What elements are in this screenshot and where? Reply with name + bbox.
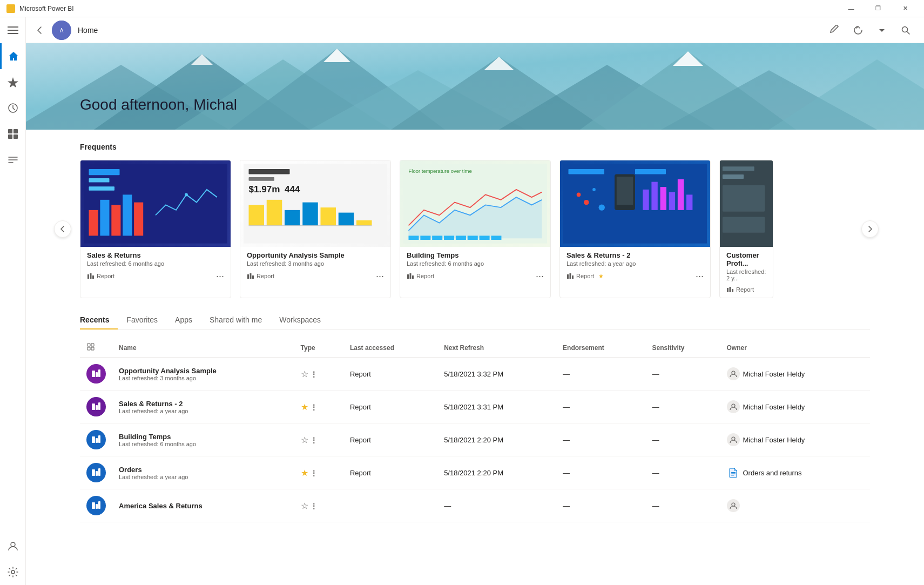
svg-rect-113 [731, 472, 736, 473]
owner-cell-1: Michal Foster Heldy [727, 400, 864, 413]
card-thumbnail-1: $1.97m 444 [240, 160, 390, 247]
frequent-card-4[interactable]: Customer Profi... Last refreshed: 2 y...… [719, 160, 773, 298]
card-name-0: Sales & Returns [87, 251, 224, 259]
refresh-button[interactable] [848, 21, 868, 40]
frequent-card-0[interactable]: Sales & Returns Last refreshed: 6 months… [80, 160, 231, 298]
svg-rect-39 [87, 274, 89, 279]
row-star-0[interactable]: ☆ [301, 369, 308, 379]
main-scroll-area: Good afternoon, Michal Frequents [26, 43, 924, 585]
card-menu-2[interactable]: ··· [536, 271, 544, 281]
minimize-button[interactable]: — [839, 0, 864, 17]
card-refresh-2: Last refreshed: 6 months ago [407, 260, 544, 267]
svg-rect-98 [92, 371, 95, 377]
card-name-1: Opportunity Analysis Sample [247, 251, 384, 259]
svg-rect-31 [89, 178, 110, 183]
row-name-cell-4: America Sales & Returns [119, 502, 288, 510]
svg-text:A: A [60, 28, 64, 33]
svg-rect-82 [686, 194, 692, 210]
row-menu-3[interactable]: ⋮ [310, 469, 318, 478]
card-type-4: Report [726, 286, 754, 293]
svg-rect-99 [96, 372, 98, 377]
col-last-accessed: Last accessed [343, 338, 437, 358]
card-info-1: Opportunity Analysis Sample Last refresh… [240, 247, 390, 269]
row-menu-1[interactable]: ⋮ [310, 403, 318, 412]
svg-rect-118 [98, 501, 100, 509]
sidebar-item-account[interactable] [0, 533, 26, 559]
row-star-3[interactable]: ★ [301, 468, 308, 478]
carousel-next-button[interactable] [861, 220, 879, 238]
tab-recents[interactable]: Recents [80, 311, 118, 330]
row-star-1[interactable]: ★ [301, 402, 308, 412]
owner-avatar-1 [727, 400, 740, 413]
svg-rect-70 [410, 273, 412, 279]
svg-point-83 [577, 193, 581, 197]
card-refresh-4: Last refreshed: 2 y... [726, 268, 766, 281]
main-content: A Home [26, 17, 924, 585]
sidebar-item-favorites[interactable] [0, 69, 26, 95]
card-menu-0[interactable]: ··· [216, 271, 224, 281]
svg-rect-30 [89, 169, 120, 175]
svg-rect-4 [8, 129, 12, 133]
svg-rect-44 [249, 177, 275, 181]
svg-rect-115 [731, 475, 734, 475]
card-info-0: Sales & Returns Last refreshed: 6 months… [80, 247, 231, 269]
row-menu-0[interactable]: ⋮ [310, 370, 318, 379]
row-menu-2[interactable]: ⋮ [310, 436, 318, 445]
card-name-2: Building Temps [407, 251, 544, 259]
table-header: Name Type Last accessed Next Refresh End… [80, 338, 870, 358]
row-name-cell-0: Opportunity Analysis Sample Last refresh… [119, 367, 288, 381]
svg-rect-7 [14, 135, 18, 139]
svg-rect-73 [569, 169, 605, 174]
svg-rect-5 [14, 129, 18, 133]
svg-rect-50 [302, 203, 318, 226]
carousel-prev-button[interactable] [54, 220, 71, 238]
sidebar-item-apps[interactable] [0, 121, 26, 147]
svg-rect-79 [660, 187, 666, 210]
frequent-card-2[interactable]: Floor temperature over time [400, 160, 551, 298]
owner-cell-3: Orders and returns [727, 466, 864, 479]
svg-rect-6 [8, 135, 12, 139]
svg-rect-57 [252, 275, 254, 279]
tab-shared-with-me[interactable]: Shared with me [201, 311, 271, 330]
svg-rect-116 [92, 502, 95, 509]
tab-apps[interactable]: Apps [166, 311, 201, 330]
edit-button[interactable] [825, 21, 844, 40]
tab-workspaces[interactable]: Workspaces [271, 311, 329, 330]
sidebar-item-workspaces[interactable] [0, 147, 26, 173]
svg-rect-77 [643, 190, 649, 210]
svg-rect-55 [247, 274, 249, 279]
row-menu-4[interactable]: ⋮ [310, 502, 318, 510]
table-row: Orders Last refreshed: a year ago ★ ⋮ Re… [80, 456, 870, 489]
svg-rect-81 [678, 179, 684, 210]
card-info-4: Customer Profi... Last refreshed: 2 y... [720, 247, 773, 284]
svg-rect-103 [96, 405, 98, 410]
frequent-card-3[interactable]: Sales & Returns - 2 Last refreshed: a ye… [559, 160, 711, 298]
row-star-2[interactable]: ☆ [301, 435, 308, 445]
card-menu-1[interactable]: ··· [376, 271, 384, 281]
svg-rect-33 [89, 210, 98, 236]
svg-point-86 [599, 204, 605, 210]
search-button[interactable] [896, 21, 915, 40]
sidebar-item-recents[interactable] [0, 95, 26, 121]
frequent-card-1[interactable]: $1.97m 444 [240, 160, 391, 298]
row-icon-4 [86, 496, 106, 515]
main-tabs: Recents Favorites Apps Shared with me Wo… [80, 311, 870, 330]
tab-favorites[interactable]: Favorites [118, 311, 166, 330]
card-menu-3[interactable]: ··· [696, 271, 704, 281]
titlebar: Microsoft Power BI — ❐ ✕ [0, 0, 924, 17]
svg-rect-2 [8, 33, 18, 34]
close-button[interactable]: ✕ [893, 0, 918, 17]
svg-rect-53 [356, 220, 372, 226]
card-footer-4: Report [720, 284, 773, 298]
window-controls: — ❐ ✕ [839, 0, 918, 17]
sidebar-hamburger[interactable] [0, 17, 26, 43]
sidebar-item-settings[interactable] [0, 559, 26, 585]
restore-button[interactable]: ❐ [866, 0, 891, 17]
row-star-4[interactable]: ☆ [301, 501, 308, 510]
sidebar-item-home[interactable] [0, 43, 26, 69]
svg-rect-40 [90, 273, 92, 279]
nav-back[interactable] [35, 25, 45, 36]
row-name-cell-1: Sales & Returns - 2 Last refreshed: a ye… [119, 400, 288, 414]
svg-rect-41 [92, 275, 94, 279]
refresh-dropdown[interactable] [872, 21, 892, 40]
